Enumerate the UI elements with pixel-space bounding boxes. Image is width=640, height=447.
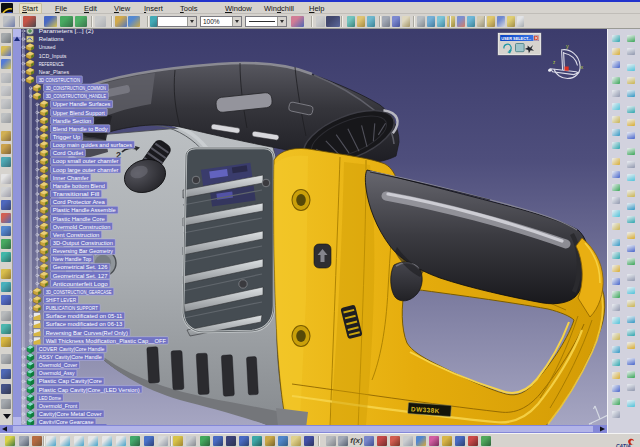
svg-text:Plastic Cap Cavity|Core_(LED V: Plastic Cap Cavity|Core_(LED Version) bbox=[39, 387, 140, 393]
svg-text:Overmold_Front: Overmold_Front bbox=[39, 403, 78, 409]
svg-text:Handle bottom Blend: Handle bottom Blend bbox=[53, 183, 105, 189]
svg-text:3D_CONSTRUCTION_GEARCASE: 3D_CONSTRUCTION_GEARCASE bbox=[46, 289, 112, 295]
svg-text:Loop large outer chamfer: Loop large outer chamfer bbox=[53, 167, 119, 173]
svg-text:New Handle Top: New Handle Top bbox=[53, 256, 92, 262]
svg-text:Plastic Handle Core: Plastic Handle Core bbox=[53, 216, 105, 222]
svg-text:Reversing Bar Geometry: Reversing Bar Geometry bbox=[53, 248, 114, 254]
svg-text:Cavity|Core Metal Cover: Cavity|Core Metal Cover bbox=[39, 411, 102, 417]
svg-text:Geometrical Set. 127: Geometrical Set. 127 bbox=[53, 273, 108, 279]
svg-text:Plastic Cap Cavity|Core: Plastic Cap Cavity|Core bbox=[39, 378, 102, 384]
svg-text:Cord Outlet: Cord Outlet bbox=[53, 150, 84, 156]
svg-text:Near_Planes: Near_Planes bbox=[39, 69, 70, 75]
svg-text:Overmold_Cover: Overmold_Cover bbox=[39, 362, 78, 368]
svg-text:Trigger Up: Trigger Up bbox=[53, 134, 81, 140]
svg-text:3D_CONSTRUCTION_COMMON: 3D_CONSTRUCTION_COMMON bbox=[46, 85, 106, 91]
svg-text:Wall Thickness Modification_Pl: Wall Thickness Modification_Plastic Cap_… bbox=[46, 338, 167, 344]
svg-text:LED Dome: LED Dome bbox=[39, 395, 61, 401]
svg-text:Geometrical Set. 126: Geometrical Set. 126 bbox=[53, 264, 108, 270]
svg-text:COVER Cavity|Core Handle: COVER Cavity|Core Handle bbox=[39, 346, 105, 352]
svg-text:Upper Handle Surfaces: Upper Handle Surfaces bbox=[53, 101, 111, 107]
svg-text:Unused: Unused bbox=[39, 44, 56, 50]
svg-text:Plastic Handle Assemble: Plastic Handle Assemble bbox=[53, 207, 116, 213]
svg-text:REFERENCE: REFERENCE bbox=[39, 61, 64, 67]
svg-text:Loop small outer chamfer: Loop small outer chamfer bbox=[53, 158, 119, 164]
svg-text:3D_CONSTRUCTION_HANDLE: 3D_CONSTRUCTION_HANDLE bbox=[46, 93, 107, 99]
svg-text:Surface modificated on 05-11: Surface modificated on 05-11 bbox=[46, 313, 123, 319]
svg-text:Cord Protector Area: Cord Protector Area bbox=[53, 199, 106, 205]
svg-text:Blend Handle to Body: Blend Handle to Body bbox=[53, 126, 108, 132]
svg-text:3D-Output Construction: 3D-Output Construction bbox=[53, 240, 113, 246]
svg-text:Inner Chamfer: Inner Chamfer bbox=[53, 175, 89, 181]
svg-text:Relations: Relations bbox=[39, 36, 64, 42]
svg-text:Vent Construction: Vent Construction bbox=[53, 232, 100, 238]
svg-text:x: x bbox=[581, 64, 584, 70]
svg-text:Transitional Fill: Transitional Fill bbox=[53, 191, 100, 197]
svg-text:3D CONSTRUCTION: 3D CONSTRUCTION bbox=[39, 77, 80, 83]
svg-text:Reversing Bar Curves(Ref Only): Reversing Bar Curves(Ref Only) bbox=[46, 330, 128, 336]
svg-text:Surface modificated on 06-13: Surface modificated on 06-13 bbox=[46, 321, 123, 327]
svg-text:SHIFT LEVER: SHIFT LEVER bbox=[46, 297, 76, 303]
svg-text:CATIA: CATIA bbox=[616, 443, 631, 447]
svg-text:y: y bbox=[566, 43, 569, 49]
svg-text:Overmold Construction: Overmold Construction bbox=[53, 224, 111, 230]
svg-text:Anticounterfeit Logo: Anticounterfeit Logo bbox=[53, 281, 108, 287]
svg-text:USER SELECT...: USER SELECT... bbox=[501, 36, 531, 41]
svg-text:Loop main guides and surfaces: Loop main guides and surfaces bbox=[53, 142, 133, 148]
svg-text:Overmold_Assy: Overmold_Assy bbox=[39, 370, 75, 376]
svg-text:ASSY Cavity|Core Handle: ASSY Cavity|Core Handle bbox=[39, 354, 102, 360]
svg-text:Handle Section: Handle Section bbox=[53, 118, 92, 124]
svg-text:Upper Blend Support: Upper Blend Support bbox=[53, 110, 106, 116]
svg-text:1CD_Inputs: 1CD_Inputs bbox=[39, 53, 67, 59]
svg-text:Parameters [...] (2): Parameters [...] (2) bbox=[39, 29, 94, 34]
svg-text:PUBLICATION SUPPORT: PUBLICATION SUPPORT bbox=[46, 305, 99, 311]
